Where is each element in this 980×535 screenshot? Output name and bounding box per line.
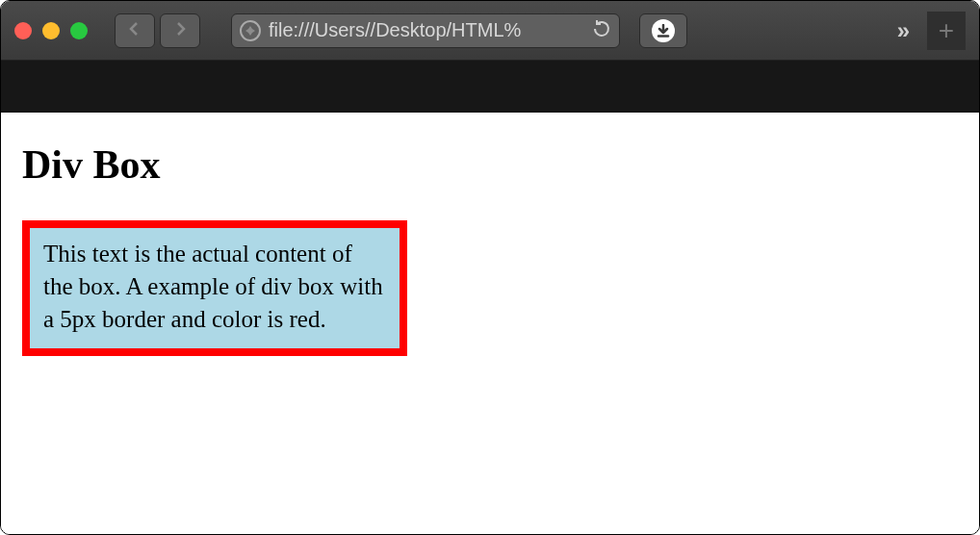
compass-icon (240, 20, 261, 41)
demo-div-box: This text is the actual content of the b… (22, 220, 407, 356)
chevron-double-right-icon: » (897, 17, 910, 43)
plus-icon: + (939, 15, 954, 46)
window-controls (14, 22, 88, 39)
page-content: Div Box This text is the actual content … (1, 113, 979, 534)
chevron-right-icon (172, 21, 188, 40)
overflow-button[interactable]: » (897, 17, 910, 44)
minimize-window-button[interactable] (42, 22, 60, 39)
url-text: file:///Users//Desktop/HTML% (269, 19, 584, 41)
page-title: Div Box (22, 141, 958, 188)
nav-buttons (115, 13, 200, 48)
back-button[interactable] (115, 13, 155, 48)
titlebar: file:///Users//Desktop/HTML% » + (1, 1, 979, 61)
browser-window: file:///Users//Desktop/HTML% » + Div Box… (0, 0, 980, 535)
tab-strip (1, 61, 979, 113)
close-window-button[interactable] (14, 22, 32, 39)
box-text: This text is the actual content of the b… (43, 241, 383, 332)
forward-button[interactable] (160, 13, 200, 48)
maximize-window-button[interactable] (70, 22, 88, 39)
reload-button[interactable] (592, 19, 611, 42)
download-icon (652, 19, 675, 42)
url-bar[interactable]: file:///Users//Desktop/HTML% (231, 13, 620, 48)
chevron-left-icon (127, 21, 142, 40)
downloads-button[interactable] (639, 13, 687, 48)
new-tab-button[interactable]: + (927, 12, 966, 50)
